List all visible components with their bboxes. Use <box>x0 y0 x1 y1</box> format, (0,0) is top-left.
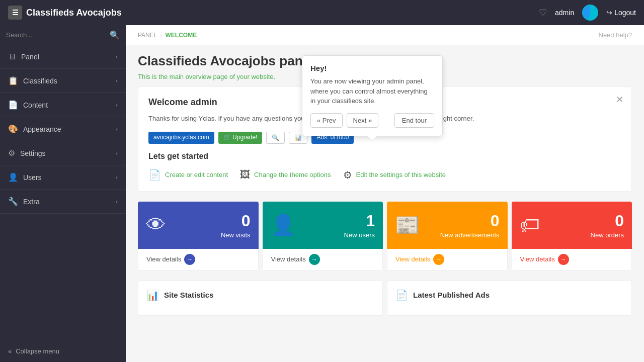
stat-card-label: New visits <box>221 231 251 239</box>
view-details-link[interactable]: View details → <box>271 254 320 265</box>
sidebar-item-icon: 📋 <box>8 76 18 85</box>
started-link-change-theme[interactable]: 🖼 Change the theme options <box>240 169 331 181</box>
breadcrumb-sep: › <box>160 32 162 39</box>
sidebar-item-icon: 🖥 <box>8 52 16 61</box>
sidebar-item-left: 🖥 Panel <box>8 52 39 61</box>
started-link-icon: 📄 <box>148 169 161 181</box>
latest-ads-card: 📄 Latest Published Ads <box>387 281 632 316</box>
search-input[interactable] <box>6 31 110 39</box>
sidebar-item-left: 👤 Users <box>8 172 42 182</box>
welcome-link-search[interactable]: 🔍 <box>266 132 285 144</box>
view-details-arrow: → <box>309 254 320 265</box>
view-details-label: View details <box>520 255 555 263</box>
chevron-icon: ‹ <box>116 53 118 60</box>
sidebar-item-users[interactable]: 👤 Users ‹ <box>0 165 126 190</box>
stat-card-bottom: View details → <box>387 249 508 270</box>
stat-card-number: 0 <box>440 212 500 230</box>
started-links: 📄 Create or edit content 🖼 Change the th… <box>148 169 621 181</box>
sidebar-item-left: 🎨 Appearance <box>8 124 61 134</box>
sidebar-item-content[interactable]: 📄 Content ‹ <box>0 93 126 117</box>
end-tour-button[interactable]: End tour <box>394 113 434 128</box>
prev-button[interactable]: « Prev <box>310 113 343 128</box>
stat-card-label: New users <box>344 231 375 239</box>
view-details-arrow: → <box>433 254 444 265</box>
view-details-link[interactable]: View details → <box>520 254 569 265</box>
stat-card-top: 👤 1 New users <box>263 202 383 249</box>
main-content: PANEL › WELCOME Need help? Hey! You are … <box>126 25 644 362</box>
navbar-right: ♡ admin ↪ Logout <box>539 5 636 21</box>
sidebar-items: 🖥 Panel ‹ 📋 Classifieds ‹ 📄 Content ‹ 🎨 … <box>0 45 126 214</box>
sidebar-item-icon: 📄 <box>8 100 18 110</box>
stat-card-number: 1 <box>344 212 375 230</box>
next-button[interactable]: Next » <box>347 113 379 128</box>
sidebar-item-settings[interactable]: ⚙ Settings ‹ <box>0 141 126 165</box>
site-statistics-icon: 📊 <box>146 289 159 301</box>
started-link-label: Edit the settings of this website <box>356 171 446 178</box>
view-details-arrow: → <box>558 254 569 265</box>
need-help-link[interactable]: Need help? <box>599 31 632 39</box>
breadcrumb: PANEL › WELCOME <box>138 32 197 39</box>
chevron-icon: ‹ <box>116 198 118 205</box>
navbar: ☰ Classifieds Avocajobs ♡ admin ↪ Logout <box>0 0 644 25</box>
view-details-arrow: → <box>184 254 195 265</box>
logout-label: Logout <box>614 9 636 17</box>
stat-card-new-visits: 👁 0 New visits View details → <box>138 202 259 270</box>
stat-card-new-orders: 🏷 0 New orders View details → <box>512 202 632 270</box>
started-link-create-content[interactable]: 📄 Create or edit content <box>148 169 228 181</box>
logout-button[interactable]: ↪ Logout <box>606 9 636 17</box>
breadcrumb-panel: PANEL <box>138 32 157 39</box>
chevron-icon: ‹ <box>116 102 118 109</box>
stat-card-number: 0 <box>221 212 251 230</box>
site-statistics-label: Site Statistics <box>164 291 213 299</box>
collapse-menu-button[interactable]: « Collapse menu <box>0 340 126 362</box>
content-topbar: PANEL › WELCOME Need help? <box>126 25 644 45</box>
sidebar-item-extra[interactable]: 🔧 Extra ‹ <box>0 190 126 214</box>
stat-card-icon: 🏷 <box>520 214 540 236</box>
sidebar-item-classifieds[interactable]: 📋 Classifieds ‹ <box>0 69 126 93</box>
started-title: Lets get started <box>148 152 621 161</box>
chevron-icon: ‹ <box>116 77 118 84</box>
close-button[interactable]: ✕ <box>616 94 623 105</box>
sidebar-item-label: Settings <box>20 149 46 157</box>
sidebar: 🔍 🖥 Panel ‹ 📋 Classifieds ‹ 📄 Content ‹ … <box>0 25 126 362</box>
sidebar-item-left: 📄 Content <box>8 100 48 110</box>
sidebar-item-left: 🔧 Extra <box>8 197 40 206</box>
stat-card-value-block: 0 New orders <box>591 212 624 239</box>
sidebar-item-icon: ⚙ <box>8 148 15 158</box>
sidebar-item-panel[interactable]: 🖥 Panel ‹ <box>0 45 126 69</box>
tour-actions: « Prev Next » End tour <box>310 113 434 128</box>
stat-cards: 👁 0 New visits View details → 👤 1 New us… <box>138 202 632 270</box>
welcome-link-upgrade[interactable]: 🛒 Upgrade! <box>218 132 263 144</box>
search-icon[interactable]: 🔍 <box>110 30 120 40</box>
stat-card-icon: 👁 <box>146 214 166 236</box>
sidebar-item-icon: 🎨 <box>8 124 18 134</box>
latest-ads-label: Latest Published Ads <box>413 291 490 299</box>
sidebar-item-label: Extra <box>23 198 40 206</box>
sidebar-item-label: Users <box>23 173 42 182</box>
welcome-link-site-link[interactable]: avocajobs.yclas.com <box>148 132 214 144</box>
stat-card-label: New orders <box>591 231 624 239</box>
avatar[interactable] <box>582 5 598 21</box>
layout: 🔍 🖥 Panel ‹ 📋 Classifieds ‹ 📄 Content ‹ … <box>0 25 644 362</box>
view-details-label: View details <box>271 255 306 263</box>
stat-card-new-advertisements: 📰 0 New advertisements View details → <box>387 202 508 270</box>
breadcrumb-welcome: WELCOME <box>165 32 197 39</box>
view-details-link[interactable]: View details → <box>395 254 444 265</box>
view-details-link[interactable]: View details → <box>146 254 195 265</box>
tour-heading: Hey! <box>310 64 434 72</box>
sidebar-item-label: Classifieds <box>23 77 57 85</box>
tour-tooltip: Hey! You are now viewing your admin pane… <box>302 55 443 136</box>
stat-card-top: 👁 0 New visits <box>138 202 259 249</box>
sidebar-search-container: 🔍 <box>0 25 126 45</box>
stat-card-icon: 👤 <box>271 213 296 237</box>
sidebar-item-appearance[interactable]: 🎨 Appearance ‹ <box>0 117 126 141</box>
heart-icon[interactable]: ♡ <box>539 7 547 18</box>
brand-name: Classifieds Avocajobs <box>26 8 122 18</box>
stat-card-value-block: 1 New users <box>344 212 375 239</box>
site-statistics-card: 📊 Site Statistics <box>138 281 383 316</box>
started-link-edit-settings[interactable]: ⚙ Edit the settings of this website <box>343 169 446 181</box>
stat-card-number: 0 <box>591 212 624 230</box>
admin-label: admin <box>555 9 574 17</box>
latest-ads-icon: 📄 <box>395 289 408 301</box>
stat-card-bottom: View details → <box>512 249 632 270</box>
